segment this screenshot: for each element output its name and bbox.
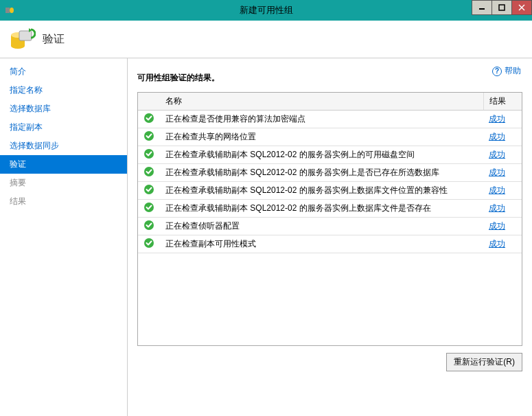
validation-grid: 名称 结果 正在检查是否使用兼容的算法加密端点成功正在检查共享的网络位置成功正在… xyxy=(137,92,522,346)
name-cell: 正在检查副本可用性模式 xyxy=(160,235,483,253)
success-icon xyxy=(143,130,154,141)
status-cell xyxy=(138,235,160,253)
success-icon xyxy=(143,184,154,195)
sidebar-item-5[interactable]: 验证 xyxy=(0,155,127,174)
minimize-button[interactable] xyxy=(472,0,492,15)
page-title: 验证 xyxy=(43,32,65,47)
sidebar-item-1[interactable]: 指定名称 xyxy=(0,81,127,100)
rerun-validation-button[interactable]: 重新运行验证(R) xyxy=(446,353,522,371)
sidebar-item-3[interactable]: 指定副本 xyxy=(0,118,127,137)
table-row: 正在检查承载辅助副本 SQL2012-02 的服务器实例上的可用磁盘空间成功 xyxy=(138,146,522,164)
name-cell: 正在检查承载辅助副本 SQL2012-02 的服务器实例上是否已存在所选数据库 xyxy=(160,164,483,182)
sidebar-item-4[interactable]: 选择数据同步 xyxy=(0,137,127,155)
sidebar-item-7[interactable]: 结果 xyxy=(0,192,127,211)
svg-rect-9 xyxy=(19,31,32,41)
status-cell xyxy=(138,146,160,164)
results-heading: 可用性组验证的结果。 xyxy=(137,72,522,84)
table-row: 正在检查承载辅助副本 SQL2012-02 的服务器实例上数据库文件是否存在成功 xyxy=(138,200,522,218)
sidebar-item-2[interactable]: 选择数据库 xyxy=(0,100,127,118)
success-icon xyxy=(143,220,154,231)
status-cell xyxy=(138,200,160,218)
result-link[interactable]: 成功 xyxy=(483,164,522,182)
sidebar-item-6[interactable]: 摘要 xyxy=(0,174,127,192)
col-name[interactable]: 名称 xyxy=(160,93,483,111)
result-link[interactable]: 成功 xyxy=(483,182,522,200)
help-label: 帮助 xyxy=(505,65,521,77)
table-row: 正在检查侦听器配置成功 xyxy=(138,218,522,235)
sidebar-item-0[interactable]: 简介 xyxy=(0,62,127,81)
result-link[interactable]: 成功 xyxy=(483,218,522,235)
window-controls xyxy=(472,0,532,15)
result-link[interactable]: 成功 xyxy=(483,235,522,253)
close-button[interactable] xyxy=(511,0,532,15)
table-row: 正在检查承载辅助副本 SQL2012-02 的服务器实例上数据库文件位置的兼容性… xyxy=(138,182,522,200)
titlebar: 新建可用性组 xyxy=(0,0,532,21)
name-cell: 正在检查承载辅助副本 SQL2012-02 的服务器实例上的可用磁盘空间 xyxy=(160,146,483,164)
status-cell xyxy=(138,218,160,235)
result-link[interactable]: 成功 xyxy=(483,146,522,164)
result-link[interactable]: 成功 xyxy=(483,128,522,146)
success-icon xyxy=(143,166,154,177)
wizard-header: 验证 xyxy=(0,21,532,58)
success-icon xyxy=(143,202,154,213)
col-result[interactable]: 结果 xyxy=(483,93,522,111)
table-row: 正在检查副本可用性模式成功 xyxy=(138,235,522,253)
status-cell xyxy=(138,111,160,128)
svg-point-1 xyxy=(10,8,14,13)
name-cell: 正在检查侦听器配置 xyxy=(160,218,483,235)
table-row: 正在检查承载辅助副本 SQL2012-02 的服务器实例上是否已存在所选数据库成… xyxy=(138,164,522,182)
sidebar: 简介指定名称选择数据库指定副本选择数据同步验证摘要结果 xyxy=(0,58,128,416)
success-icon xyxy=(143,238,154,249)
name-cell: 正在检查承载辅助副本 SQL2012-02 的服务器实例上数据库文件位置的兼容性 xyxy=(160,182,483,200)
wizard-header-icon xyxy=(8,25,36,53)
name-cell: 正在检查承载辅助副本 SQL2012-02 的服务器实例上数据库文件是否存在 xyxy=(160,200,483,218)
table-row: 正在检查共享的网络位置成功 xyxy=(138,128,522,146)
name-cell: 正在检查是否使用兼容的算法加密端点 xyxy=(160,111,483,128)
window-title: 新建可用性组 xyxy=(240,4,293,16)
success-icon xyxy=(143,148,154,159)
help-icon: ? xyxy=(492,67,502,76)
status-cell xyxy=(138,182,160,200)
success-icon xyxy=(143,113,154,124)
table-row: 正在检查是否使用兼容的算法加密端点成功 xyxy=(138,111,522,128)
name-cell: 正在检查共享的网络位置 xyxy=(160,128,483,146)
app-icon xyxy=(4,5,15,16)
col-icon xyxy=(138,93,160,111)
result-link[interactable]: 成功 xyxy=(483,111,522,128)
svg-rect-3 xyxy=(499,5,505,10)
help-link[interactable]: ? 帮助 xyxy=(492,65,521,77)
result-link[interactable]: 成功 xyxy=(483,200,522,218)
maximize-button[interactable] xyxy=(491,0,512,15)
svg-rect-0 xyxy=(5,8,10,13)
status-cell xyxy=(138,164,160,182)
main-panel: ? 帮助 可用性组验证的结果。 名称 结果 正在检查是否使用兼容的算法加密端点成… xyxy=(128,58,532,416)
status-cell xyxy=(138,128,160,146)
